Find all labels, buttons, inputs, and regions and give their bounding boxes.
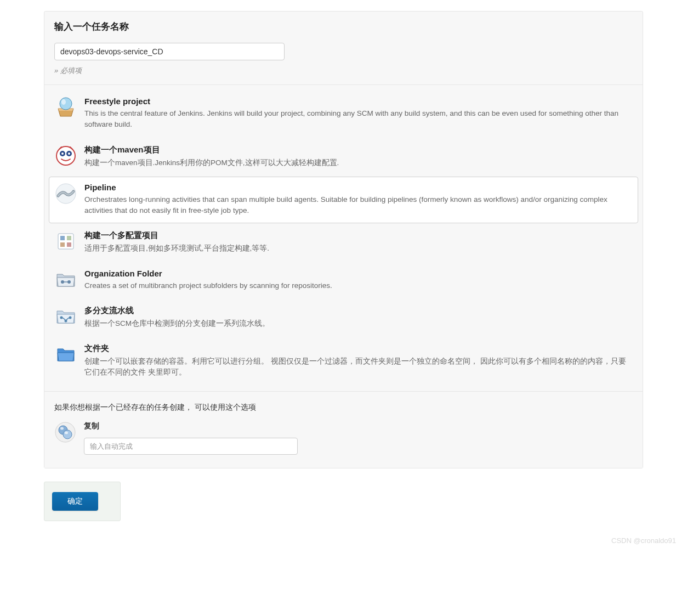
item-desc: 根据一个SCM仓库中检测到的分支创建一系列流水线。: [84, 318, 632, 329]
item-body: 构建一个maven项目 构建一个maven项目.Jenkins利用你的POM文件…: [84, 145, 632, 168]
item-title: Organization Folder: [84, 269, 632, 278]
item-desc: 创建一个可以嵌套存储的容器。利用它可以进行分组。 视图仅仅是一个过滤器，而文件夹…: [84, 356, 632, 378]
item-body: Pipeline Orchestrates long-running activ…: [84, 183, 632, 217]
copy-label: 复制: [84, 421, 633, 431]
footer-bar: 确定: [44, 482, 121, 521]
copy-section: 如果你想根据一个已经存在的任务创建， 可以使用这个选项 复制: [44, 392, 643, 468]
multiconfig-icon: [55, 230, 77, 252]
maven-icon: [55, 145, 77, 167]
page-title: 输入一个任务名称: [54, 20, 633, 33]
item-type-maven[interactable]: 构建一个maven项目 构建一个maven项目.Jenkins利用你的POM文件…: [49, 139, 638, 176]
item-type-pipeline[interactable]: Pipeline Orchestrates long-running activ…: [49, 177, 638, 224]
svg-point-6: [68, 152, 70, 155]
svg-point-5: [61, 152, 64, 155]
svg-point-20: [63, 430, 72, 439]
item-title: 多分支流水线: [84, 306, 632, 316]
multibranch-icon: [55, 306, 77, 327]
svg-rect-10: [67, 236, 71, 240]
pipeline-icon: [55, 183, 77, 205]
copy-icon: [54, 421, 76, 443]
svg-point-1: [61, 99, 66, 105]
svg-point-22: [65, 431, 68, 434]
copy-from-input[interactable]: [84, 438, 298, 455]
svg-point-0: [60, 98, 72, 110]
item-desc: Orchestrates long-running activities tha…: [84, 194, 632, 217]
svg-rect-11: [60, 242, 65, 247]
item-desc: Creates a set of multibranch project sub…: [84, 280, 632, 291]
required-hint: » 必填项: [54, 66, 633, 76]
folder-icon: [55, 343, 77, 365]
item-type-multibranch[interactable]: 多分支流水线 根据一个SCM仓库中检测到的分支创建一系列流水线。: [49, 299, 638, 336]
svg-rect-9: [60, 236, 65, 240]
copy-hint: 如果你想根据一个已经存在的任务创建， 可以使用这个选项: [54, 403, 633, 412]
item-body: 构建一个多配置项目 适用于多配置项目,例如多环境测试,平台指定构建,等等.: [84, 230, 632, 254]
svg-point-21: [60, 427, 64, 429]
item-body: 多分支流水线 根据一个SCM仓库中检测到的分支创建一系列流水线。: [84, 306, 632, 329]
item-type-multiconfig[interactable]: 构建一个多配置项目 适用于多配置项目,例如多环境测试,平台指定构建,等等.: [49, 224, 638, 261]
item-body: Freestyle project This is the central fe…: [84, 97, 632, 131]
ok-button[interactable]: 确定: [52, 492, 98, 511]
freestyle-icon: [55, 97, 77, 118]
item-type-folder[interactable]: 文件夹 创建一个可以嵌套存储的容器。利用它可以进行分组。 视图仅仅是一个过滤器，…: [49, 337, 638, 386]
orgfolder-icon: [55, 269, 77, 291]
item-type-orgfolder[interactable]: Organization Folder Creates a set of mul…: [49, 263, 638, 298]
svg-rect-12: [67, 242, 71, 247]
item-title: 构建一个多配置项目: [84, 230, 632, 241]
item-desc: 构建一个maven项目.Jenkins利用你的POM文件,这样可以大大减轻构建配…: [84, 157, 632, 168]
item-desc: This is the central feature of Jenkins. …: [84, 108, 632, 131]
item-title: Freestyle project: [84, 97, 632, 106]
item-body: 文件夹 创建一个可以嵌套存储的容器。利用它可以进行分组。 视图仅仅是一个过滤器，…: [84, 343, 632, 378]
item-types-section: Freestyle project This is the central fe…: [44, 85, 643, 392]
item-title: 文件夹: [84, 343, 632, 354]
name-section: 输入一个任务名称 » 必填项: [44, 12, 643, 85]
watermark: CSDN @cronaldo91: [0, 532, 687, 547]
item-name-input[interactable]: [54, 43, 285, 60]
item-body: Organization Folder Creates a set of mul…: [84, 269, 632, 291]
item-title: 构建一个maven项目: [84, 145, 632, 155]
item-desc: 适用于多配置项目,例如多环境测试,平台指定构建,等等.: [84, 243, 632, 254]
item-type-freestyle[interactable]: Freestyle project This is the central fe…: [49, 91, 638, 138]
item-title: Pipeline: [84, 183, 632, 192]
